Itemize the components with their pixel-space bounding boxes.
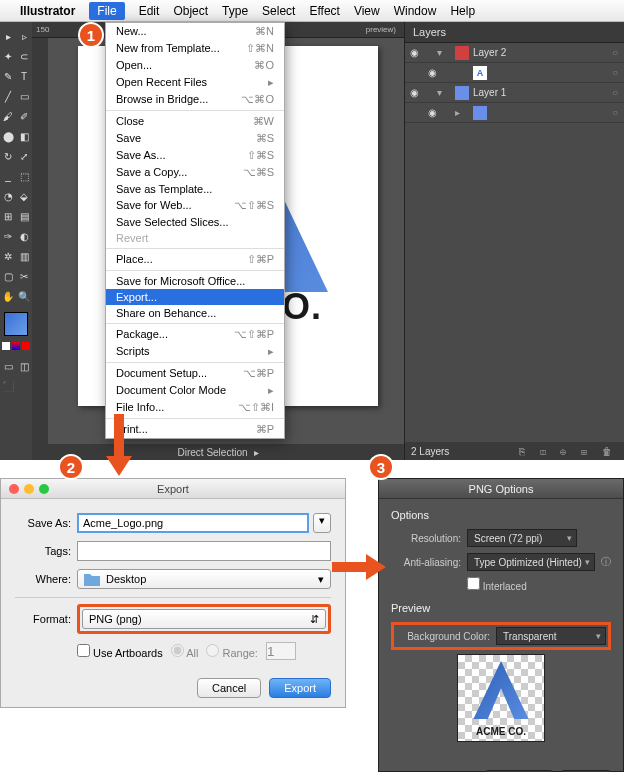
layer-row[interactable]: ◉▸○ xyxy=(405,103,624,123)
rectangle-tool[interactable]: ▭ xyxy=(16,86,32,106)
menu-type[interactable]: Type xyxy=(222,4,248,18)
symbol-sprayer-tool[interactable]: ✲ xyxy=(0,246,16,266)
menu-item-share-on-behance[interactable]: Share on Behance... xyxy=(106,305,284,321)
format-dropdown[interactable]: PNG (png) ⇵ xyxy=(82,609,326,629)
layer-row[interactable]: ◉▾Layer 2○ xyxy=(405,43,624,63)
eraser-tool[interactable]: ◧ xyxy=(16,126,32,146)
fill-stroke-swatch[interactable] xyxy=(4,312,28,336)
mac-menubar: Illustrator File Edit Object Type Select… xyxy=(0,0,624,22)
illustrator-workspace: ▸▹ ✦⊂ ✎T ╱▭ 🖌✐ ⬤◧ ↻⤢ ⎯⬚ ◔⬙ ⊞▤ ✑◐ ✲▥ ▢✂ ✋… xyxy=(0,22,624,460)
arrow-1-to-2 xyxy=(104,414,134,476)
eyedropper-tool[interactable]: ✑ xyxy=(0,226,16,246)
app-name[interactable]: Illustrator xyxy=(20,4,75,18)
info-icon[interactable]: ⓘ xyxy=(601,555,611,569)
resolution-dropdown[interactable]: Screen (72 ppi) xyxy=(467,529,577,547)
tags-input[interactable] xyxy=(77,541,331,561)
artboard-tool[interactable]: ▢ xyxy=(0,266,16,286)
preview-a-icon xyxy=(473,661,529,719)
none-mode-icon[interactable] xyxy=(22,342,30,350)
gradient-tool[interactable]: ▤ xyxy=(16,206,32,226)
bg-color-label: Background Color: xyxy=(396,631,490,642)
range-radio[interactable]: Range: xyxy=(206,644,258,659)
document-tab[interactable]: preview) xyxy=(366,25,396,34)
layers-footer-buttons[interactable]: ⎘ ◫ ⊕ ⊞ 🗑 xyxy=(519,446,618,457)
export-button[interactable]: Export xyxy=(269,678,331,698)
menu-item-browse-in-bridge[interactable]: Browse in Bridge...⌥⌘O xyxy=(106,91,284,108)
layer-row[interactable]: ◉A○ xyxy=(405,63,624,83)
menu-item-save-a-copy[interactable]: Save a Copy...⌥⌘S xyxy=(106,164,284,181)
type-tool[interactable]: T xyxy=(16,66,32,86)
menu-item-close[interactable]: Close⌘W xyxy=(106,113,284,130)
rotate-tool[interactable]: ↻ xyxy=(0,146,16,166)
menu-help[interactable]: Help xyxy=(450,4,475,18)
menu-effect[interactable]: Effect xyxy=(309,4,339,18)
menu-item-new-from-template[interactable]: New from Template...⇧⌘N xyxy=(106,40,284,57)
step-badge-2: 2 xyxy=(58,454,84,480)
menu-item-open-recent-files[interactable]: Open Recent Files▸ xyxy=(106,74,284,91)
range-input[interactable] xyxy=(266,642,296,660)
menu-view[interactable]: View xyxy=(354,4,380,18)
color-mode-icon[interactable] xyxy=(2,342,10,350)
menu-item-save-as-template[interactable]: Save as Template... xyxy=(106,181,284,197)
menu-item-document-setup[interactable]: Document Setup...⌥⌘P xyxy=(106,365,284,382)
scale-tool[interactable]: ⤢ xyxy=(16,146,32,166)
magic-wand-tool[interactable]: ✦ xyxy=(0,46,16,66)
menu-window[interactable]: Window xyxy=(394,4,437,18)
folder-icon xyxy=(84,572,100,586)
anti-aliasing-dropdown[interactable]: Type Optimized (Hinted) xyxy=(467,553,595,571)
menu-item-scripts[interactable]: Scripts▸ xyxy=(106,343,284,360)
slice-tool[interactable]: ✂ xyxy=(16,266,32,286)
menu-item-save-selected-slices[interactable]: Save Selected Slices... xyxy=(106,214,284,230)
zoom-tool[interactable]: 🔍 xyxy=(16,286,32,306)
blend-tool[interactable]: ◐ xyxy=(16,226,32,246)
column-graph-tool[interactable]: ▥ xyxy=(16,246,32,266)
pen-tool[interactable]: ✎ xyxy=(0,66,16,86)
menu-item-save-for-web[interactable]: Save for Web...⌥⇧⌘S xyxy=(106,197,284,214)
where-label: Where: xyxy=(15,573,71,585)
menu-edit[interactable]: Edit xyxy=(139,4,160,18)
menu-item-save-as[interactable]: Save As...⇧⌘S xyxy=(106,147,284,164)
menu-item-new[interactable]: New...⌘N xyxy=(106,23,284,40)
screen-mode-icon[interactable]: ⬛ xyxy=(0,376,16,396)
pencil-tool[interactable]: ✐ xyxy=(16,106,32,126)
menu-item-document-color-mode[interactable]: Document Color Mode▸ xyxy=(106,382,284,399)
menu-item-export[interactable]: Export... xyxy=(106,289,284,305)
gradient-mode-icon[interactable] xyxy=(12,342,20,350)
layers-footer: 2 Layers ⎘ ◫ ⊕ ⊞ 🗑 xyxy=(405,442,624,460)
menu-object[interactable]: Object xyxy=(173,4,208,18)
cancel-button[interactable]: Cancel xyxy=(197,678,261,698)
menu-select[interactable]: Select xyxy=(262,4,295,18)
menu-item-package[interactable]: Package...⌥⇧⌘P xyxy=(106,326,284,343)
where-dropdown[interactable]: Desktop ▾ xyxy=(77,569,331,589)
selection-tool[interactable]: ▸ xyxy=(0,26,16,46)
line-tool[interactable]: ╱ xyxy=(0,86,16,106)
layer-row[interactable]: ◉▾Layer 1○ xyxy=(405,83,624,103)
save-as-input[interactable] xyxy=(77,513,309,533)
brush-tool[interactable]: 🖌 xyxy=(0,106,16,126)
mesh-tool[interactable]: ⊞ xyxy=(0,206,16,226)
png-titlebar: PNG Options xyxy=(379,479,623,499)
draw-normal-icon[interactable]: ▭ xyxy=(0,356,16,376)
history-dropdown-icon[interactable]: ▾ xyxy=(313,513,331,533)
menu-file[interactable]: File xyxy=(89,2,124,20)
shape-builder-tool[interactable]: ◔ xyxy=(0,186,16,206)
layers-tab[interactable]: Layers xyxy=(405,22,624,43)
direct-selection-tool[interactable]: ▹ xyxy=(16,26,32,46)
all-radio[interactable]: All xyxy=(171,644,199,659)
use-artboards-checkbox[interactable]: Use Artboards xyxy=(77,644,163,659)
lasso-tool[interactable]: ⊂ xyxy=(16,46,32,66)
blob-tool[interactable]: ⬤ xyxy=(0,126,16,146)
draw-behind-icon[interactable]: ◫ xyxy=(16,356,32,376)
menu-item-save[interactable]: Save⌘S xyxy=(106,130,284,147)
menu-item-save-for-microsoft-office[interactable]: Save for Microsoft Office... xyxy=(106,273,284,289)
menu-item-open[interactable]: Open...⌘O xyxy=(106,57,284,74)
ruler-vertical xyxy=(32,38,48,444)
perspective-tool[interactable]: ⬙ xyxy=(16,186,32,206)
free-transform-tool[interactable]: ⬚ xyxy=(16,166,32,186)
interlaced-checkbox[interactable]: Interlaced xyxy=(467,577,527,592)
bg-color-dropdown[interactable]: Transparent xyxy=(496,627,606,645)
save-as-label: Save As: xyxy=(15,517,71,529)
menu-item-place[interactable]: Place...⇧⌘P xyxy=(106,251,284,268)
hand-tool[interactable]: ✋ xyxy=(0,286,16,306)
width-tool[interactable]: ⎯ xyxy=(0,166,16,186)
